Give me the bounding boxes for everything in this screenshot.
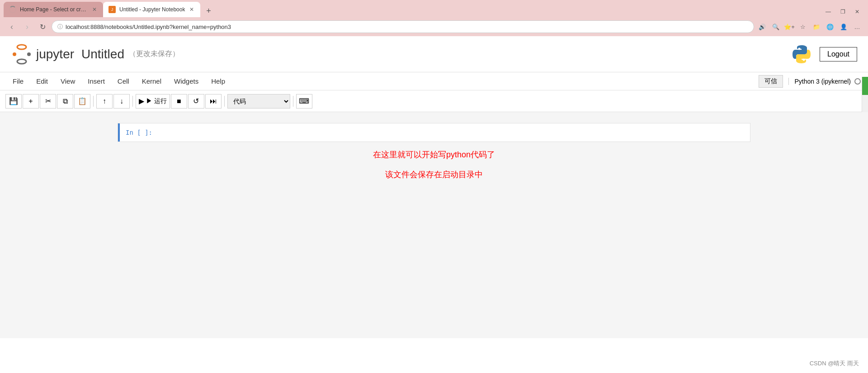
svg-point-4 bbox=[798, 47, 801, 50]
trusted-button[interactable]: 可信 bbox=[759, 75, 783, 88]
address-info-icon: ⓘ bbox=[57, 23, 63, 31]
menu-cell[interactable]: Cell bbox=[112, 76, 135, 87]
refresh-button[interactable]: ↻ bbox=[36, 20, 49, 33]
window-controls: — ❐ ✕ bbox=[825, 8, 864, 17]
menu-view[interactable]: View bbox=[55, 76, 80, 87]
cell-prompt: In [ ]: bbox=[120, 123, 156, 142]
maximize-button[interactable]: ❐ bbox=[839, 8, 846, 15]
add-cell-button[interactable]: + bbox=[23, 94, 39, 109]
edge-icon[interactable]: 🌐 bbox=[825, 21, 835, 32]
fast-forward-button[interactable]: ⏭ bbox=[205, 94, 222, 109]
watermark: CSDN @晴天 雨天 bbox=[810, 359, 859, 368]
scrollbar-thumb[interactable] bbox=[862, 77, 868, 95]
tab-home-close[interactable]: ✕ bbox=[91, 5, 98, 14]
kernel-status: Python 3 (ipykernel) bbox=[788, 78, 861, 85]
code-cell: In [ ]: bbox=[118, 123, 750, 142]
python-logo bbox=[791, 43, 812, 65]
stop-button[interactable]: ■ bbox=[171, 94, 187, 109]
separator-1 bbox=[93, 96, 94, 107]
menu-help[interactable]: Help bbox=[206, 76, 231, 87]
cell-input[interactable] bbox=[156, 123, 750, 142]
menu-right: 可信 Python 3 (ipykernel) bbox=[759, 75, 861, 88]
tab-home[interactable]: Home Page - Select or create a ... ✕ bbox=[4, 2, 103, 17]
back-button[interactable]: ‹ bbox=[5, 20, 18, 33]
cell-container: In [ ]: bbox=[118, 123, 750, 142]
menu-edit[interactable]: Edit bbox=[31, 76, 53, 87]
separator-4 bbox=[293, 96, 293, 107]
address-bar[interactable]: ⓘ localhost:8888/notebooks/Untitled.ipyn… bbox=[52, 20, 754, 33]
cell-type-select[interactable]: 代码 Markdown Raw NBConvert Heading bbox=[227, 94, 290, 109]
svg-point-5 bbox=[803, 58, 805, 61]
jupyter-header: jupyter Untitled （更改未保存） Logout bbox=[0, 36, 868, 72]
notebook-content: In [ ]: 在这里就可以开始写python代码了 该文件会保存在启动目录中 bbox=[0, 112, 868, 338]
cut-button[interactable]: ✂ bbox=[40, 94, 56, 109]
tab-notebook-favicon: J bbox=[108, 6, 116, 13]
prompt-text: In [ ]: bbox=[126, 129, 152, 136]
keyboard-shortcuts-button[interactable]: ⌨ bbox=[296, 94, 312, 109]
save-button[interactable]: 💾 bbox=[5, 94, 22, 109]
notebook-title[interactable]: Untitled bbox=[81, 47, 124, 61]
browser-add-icon[interactable]: ⭐+ bbox=[784, 21, 795, 32]
jupyter-logo: jupyter bbox=[11, 43, 74, 65]
annotation-line2: 该文件会保存在启动目录中 bbox=[11, 169, 857, 180]
tab-notebook-label: Untitled - Jupyter Notebook bbox=[119, 6, 185, 13]
move-up-button[interactable]: ↑ bbox=[96, 94, 113, 109]
profile-icon[interactable]: 👤 bbox=[838, 21, 849, 32]
svg-point-2 bbox=[13, 52, 16, 56]
logout-button[interactable]: Logout bbox=[820, 47, 857, 61]
svg-point-1 bbox=[17, 59, 26, 64]
svg-point-3 bbox=[27, 52, 31, 56]
menu-insert[interactable]: Insert bbox=[82, 76, 110, 87]
close-button[interactable]: ✕ bbox=[854, 8, 861, 15]
separator-3 bbox=[224, 96, 225, 107]
annotation-line1: 在这里就可以开始写python代码了 bbox=[11, 149, 857, 160]
menu-file[interactable]: File bbox=[7, 76, 29, 87]
separator-2 bbox=[132, 96, 133, 107]
jupyter-logo-text: jupyter bbox=[36, 47, 74, 61]
favorites-icon[interactable]: ☆ bbox=[797, 21, 808, 32]
tab-notebook[interactable]: J Untitled - Jupyter Notebook ✕ bbox=[103, 2, 200, 17]
minimize-button[interactable]: — bbox=[825, 8, 832, 15]
svg-point-0 bbox=[17, 45, 26, 49]
collections-icon[interactable]: 📁 bbox=[811, 21, 822, 32]
copy-button[interactable]: ⧉ bbox=[57, 94, 73, 109]
menu-bar: File Edit View Insert Cell Kernel Widget… bbox=[0, 72, 868, 90]
run-label: ▶ 运行 bbox=[146, 97, 167, 105]
address-text: localhost:8888/notebooks/Untitled.ipynb?… bbox=[66, 24, 231, 30]
zoom-icon[interactable]: 🔍 bbox=[770, 21, 781, 32]
run-icon: ▶ bbox=[139, 97, 144, 105]
restart-button[interactable]: ↺ bbox=[188, 94, 204, 109]
kernel-label: Python 3 (ipykernel) bbox=[794, 78, 851, 85]
menu-widgets[interactable]: Widgets bbox=[169, 76, 204, 87]
kernel-circle bbox=[854, 78, 861, 85]
settings-icon[interactable]: … bbox=[852, 21, 863, 32]
new-tab-button[interactable]: + bbox=[202, 5, 215, 17]
jupyter-logo-icon bbox=[11, 43, 33, 65]
tab-home-favicon bbox=[9, 6, 16, 13]
toolbar: 💾 + ✂ ⧉ 📋 ↑ ↓ ▶ ▶ 运行 ■ ↺ ⏭ 代码 Markdown R… bbox=[0, 90, 868, 112]
paste-button[interactable]: 📋 bbox=[74, 94, 90, 109]
unsaved-label: （更改未保存） bbox=[129, 49, 179, 59]
forward-button[interactable]: › bbox=[21, 20, 33, 33]
tab-home-label: Home Page - Select or create a ... bbox=[20, 6, 88, 13]
run-button[interactable]: ▶ ▶ 运行 bbox=[136, 94, 170, 109]
header-right: Logout bbox=[791, 43, 857, 65]
move-down-button[interactable]: ↓ bbox=[113, 94, 130, 109]
read-aloud-icon[interactable]: 🔊 bbox=[757, 21, 768, 32]
tab-notebook-close[interactable]: ✕ bbox=[189, 5, 195, 14]
menu-kernel[interactable]: Kernel bbox=[137, 76, 167, 87]
